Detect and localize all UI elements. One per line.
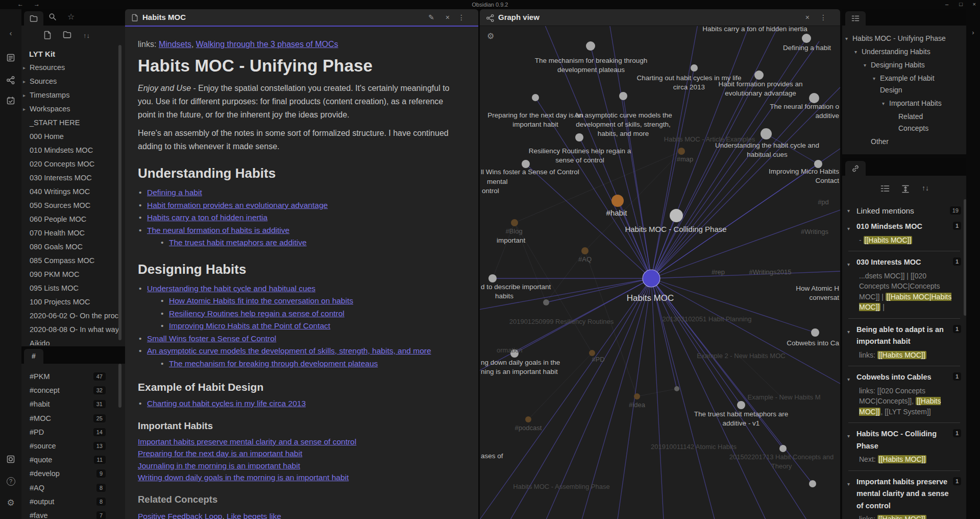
outline-item[interactable]: ▾Habits MOC - Unifying Phase: [842, 33, 966, 44]
mention-context[interactable]: ...dsets MOC]] | [[020 Concepts MOC|Conc…: [847, 269, 961, 314]
new-note-icon[interactable]: [44, 31, 52, 41]
file-item[interactable]: 020 Concepts MOC: [21, 157, 125, 171]
folder-item[interactable]: ▸Timestamps: [21, 88, 125, 102]
tag-item[interactable]: #PD14: [21, 426, 125, 439]
new-folder-icon[interactable]: [63, 31, 71, 40]
note-link[interactable]: Defining a habit: [147, 188, 202, 197]
graph-node[interactable]: [511, 219, 518, 226]
settings-gear-icon[interactable]: ⚙: [0, 498, 21, 508]
note-link[interactable]: Important habits preserve mental clarity…: [138, 437, 356, 446]
note-link[interactable]: An asymptotic curve models the developme…: [147, 346, 431, 355]
edit-pencil-icon[interactable]: ✎: [428, 13, 434, 21]
file-item[interactable]: 030 Interests MOC: [21, 171, 125, 185]
file-item[interactable]: 010 Mindsets MOC: [21, 144, 125, 157]
note-link[interactable]: Habits carry a ton of hidden inertia: [147, 213, 267, 222]
note-link[interactable]: The truest habit metaphors are additive: [169, 238, 307, 247]
note-link[interactable]: Like begets like: [227, 512, 281, 519]
folder-item[interactable]: ▸Workspaces: [21, 102, 125, 116]
note-link[interactable]: Resiliency Routines help regain a sense …: [169, 309, 345, 318]
graph-node[interactable]: [543, 299, 549, 305]
graph-node[interactable]: [678, 148, 685, 155]
graph-canvas[interactable]: ⚙ Habits carry a ton of hidden inertiaTh…: [480, 26, 840, 519]
linked-mentions-header[interactable]: ▾ Linked mentions 19: [847, 202, 961, 221]
graph-node[interactable]: [532, 94, 539, 101]
file-item[interactable]: _START HERE: [21, 116, 125, 130]
graph-node[interactable]: [761, 128, 772, 139]
graph-node[interactable]: [575, 133, 583, 141]
maximize-icon[interactable]: □: [959, 1, 963, 7]
tag-item[interactable]: #habit31: [21, 397, 125, 411]
tag-item[interactable]: #PKM47: [21, 370, 125, 384]
graph-node[interactable]: [586, 41, 595, 51]
note-title-tab[interactable]: Habits MOC: [142, 13, 186, 21]
file-item[interactable]: 090 PKM MOC: [21, 268, 125, 281]
file-item[interactable]: 080 Goals MOC: [21, 240, 125, 254]
graph-node-center[interactable]: [643, 270, 660, 287]
graph-pane-header[interactable]: Graph view × ⋮: [480, 9, 840, 26]
mention-context[interactable]: links: [[Habits MOC]]: [847, 512, 961, 519]
file-item[interactable]: Aikido: [21, 337, 125, 345]
graph-node[interactable]: [809, 480, 816, 487]
outline-item[interactable]: RelatedConcepts: [842, 111, 966, 134]
sort-icon[interactable]: ↑↓: [83, 32, 90, 39]
outline-item[interactable]: ▾Example of HabitDesign: [842, 73, 966, 96]
starred-icon[interactable]: ☆: [67, 12, 75, 21]
folder-item[interactable]: ▸Sources: [21, 75, 125, 88]
note-link[interactable]: How Atomic Habits fit into the conversat…: [169, 296, 353, 305]
graph-node[interactable]: [802, 34, 811, 43]
graph-node[interactable]: [522, 160, 530, 168]
graph-node[interactable]: [611, 195, 624, 207]
tag-item[interactable]: #quote11: [21, 453, 125, 467]
tab-file-explorer[interactable]: [24, 11, 43, 26]
graph-settings-icon[interactable]: ⚙: [487, 31, 494, 41]
graph-node[interactable]: [674, 386, 679, 391]
tag-item[interactable]: #output8: [21, 495, 125, 509]
note-link[interactable]: Positive Feedback Loop: [138, 512, 222, 519]
file-item[interactable]: 060 People MOC: [21, 213, 125, 226]
file-item[interactable]: 095 Lists MOC: [21, 281, 125, 295]
graph-node[interactable]: [737, 401, 745, 409]
file-item[interactable]: 085 Compass MOC: [21, 254, 125, 268]
close-pane-icon[interactable]: ×: [446, 13, 450, 21]
collapse-sidebar-icon[interactable]: ‹: [0, 29, 21, 37]
note-link[interactable]: Walking through the 3 phases of MOCs: [196, 40, 338, 49]
tab-backlinks[interactable]: [845, 161, 866, 176]
show-more-context-icon[interactable]: [901, 185, 910, 195]
graph-node[interactable]: [619, 92, 627, 100]
vault-icon[interactable]: [0, 455, 21, 464]
note-link[interactable]: Preparing for the next day is an importa…: [138, 449, 302, 458]
tag-item[interactable]: #fave7: [21, 509, 125, 519]
file-item[interactable]: 2020-06-02 O- On the proc: [21, 309, 125, 323]
graph-node[interactable]: [754, 70, 764, 80]
mention-title[interactable]: ▾Important habits preserve mental clarit…: [847, 476, 961, 512]
tab-tag-pane[interactable]: #: [24, 349, 43, 364]
graph-view-icon[interactable]: [0, 76, 21, 85]
graph-node[interactable]: [814, 160, 822, 168]
file-item[interactable]: 100 Projects MOC: [21, 295, 125, 309]
mention-title[interactable]: ▾Cobwebs into Cables1: [847, 371, 961, 384]
calendar-check-icon[interactable]: [0, 96, 21, 105]
tag-item[interactable]: #develop9: [21, 467, 125, 481]
file-item[interactable]: 050 Sources MOC: [21, 199, 125, 213]
collapse-right-sidebar-icon[interactable]: ›: [966, 29, 980, 36]
note-link[interactable]: The mechanism for breaking through devel…: [169, 359, 378, 368]
note-link[interactable]: Understanding the habit cycle and habitu…: [147, 284, 315, 293]
graph-node[interactable]: [634, 393, 640, 399]
tag-list-scrollbar[interactable]: [118, 364, 121, 408]
note-link[interactable]: Improving Micro Habits at the Point of C…: [169, 321, 330, 330]
note-pane-header[interactable]: Habits MOC ✎ × ⋮: [125, 9, 478, 27]
close-icon[interactable]: ×: [973, 1, 976, 7]
more-options-icon[interactable]: ⋮: [458, 13, 465, 21]
mention-context[interactable]: links: [[020 Concepts MOC|Concepts]], [[…: [847, 384, 961, 418]
tag-item[interactable]: #concept32: [21, 384, 125, 397]
file-item[interactable]: 040 Writings MOC: [21, 185, 125, 199]
outline-item[interactable]: ▾Understanding Habits: [842, 46, 966, 58]
search-icon[interactable]: [48, 13, 57, 23]
outline-item[interactable]: Other: [842, 136, 966, 148]
outline-item[interactable]: ▾Designing Habits: [842, 59, 966, 71]
card-view-icon[interactable]: [0, 53, 21, 62]
graph-node[interactable]: [811, 328, 819, 337]
note-link[interactable]: Journaling in the morning is an importan…: [138, 461, 300, 470]
tag-item[interactable]: #source13: [21, 439, 125, 453]
mention-title[interactable]: ▾Habits MOC - Colliding Phase1: [847, 428, 961, 452]
